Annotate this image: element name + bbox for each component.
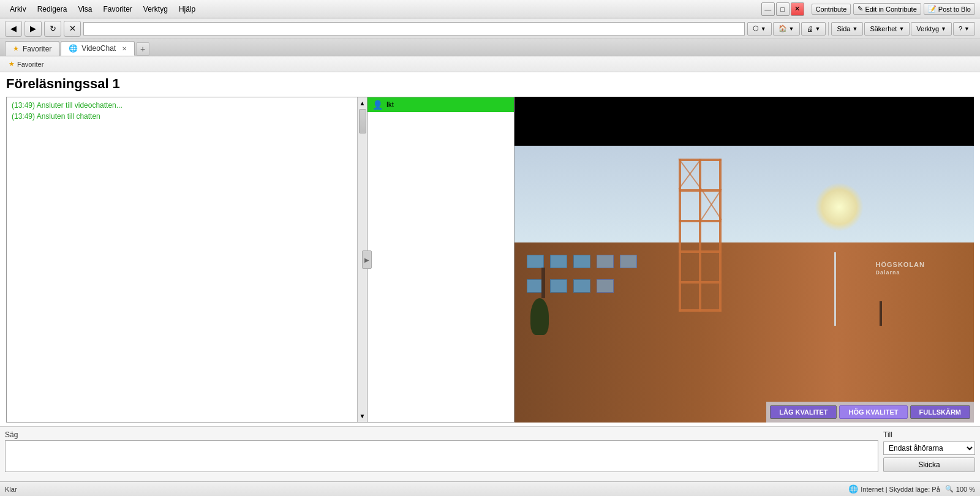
svg-rect-5 — [679, 220, 722, 222]
edit-contribute-icon: ✎ — [858, 5, 863, 13]
page-title: Föreläsningssal 1 — [6, 76, 974, 92]
window-close-button[interactable]: ✕ — [791, 2, 804, 16]
home-btn[interactable]: 🏠 ▼ — [773, 22, 800, 36]
edit-in-contribute-button[interactable]: ✎ Edit in Contribute — [853, 3, 921, 15]
input-right: Till Endast åhörarna Skicka — [883, 430, 975, 472]
add-tab-button[interactable]: + — [136, 42, 149, 56]
window-restore-button[interactable]: □ — [776, 2, 790, 16]
post-blo-icon: 📝 — [928, 5, 937, 13]
svg-rect-8 — [679, 309, 722, 312]
video-scene: HÖGSKOLANDalarna — [514, 146, 974, 423]
address-bar[interactable] — [83, 22, 745, 36]
user-item-lkt[interactable]: 👤 lkt — [368, 97, 514, 112]
svg-rect-1 — [699, 159, 701, 312]
nav-icon-btn[interactable]: ⬡ ▼ — [747, 22, 772, 36]
status-globe-icon: 🌐 — [848, 484, 858, 494]
forward-button[interactable]: ▶ — [24, 21, 42, 37]
status-zoom: 🔍 100 % — [945, 485, 975, 493]
chat-messages: (13:49) Ansluter till videochatten... (1… — [7, 97, 357, 127]
tab-close-icon[interactable]: ✕ — [122, 45, 127, 52]
stop-button[interactable]: ✕ — [64, 21, 81, 37]
menu-favoriter[interactable]: Favoriter — [99, 2, 137, 16]
refresh-button[interactable]: ↻ — [44, 21, 61, 37]
left-container: (13:49) Ansluter till videochatten... (1… — [6, 97, 514, 423]
statusbar-right: 🌐 Internet | Skyddat läge: På 🔍 100 % — [848, 484, 975, 494]
sakerhet-btn[interactable]: Säkerhet ▼ — [864, 22, 910, 36]
chat-message: (13:49) Ansluter till videochatten... — [12, 101, 352, 110]
tab-favoriter-label: Favoriter — [23, 45, 51, 53]
zoom-text: 100 % — [956, 486, 975, 493]
menu-arkiv[interactable]: Arkiv — [5, 2, 31, 16]
window-minimize-button[interactable]: — — [761, 2, 775, 16]
window — [527, 255, 544, 268]
window — [573, 279, 590, 293]
menu-visa[interactable]: Visa — [73, 2, 97, 16]
sida-btn[interactable]: Sida ▼ — [831, 22, 863, 36]
menu-verktyg[interactable]: Verktyg — [138, 2, 173, 16]
status-zone: 🌐 Internet | Skyddat läge: På — [848, 484, 940, 494]
tab-videochat-label: VideoChat — [81, 44, 116, 53]
tree-right — [880, 301, 882, 326]
browser-titlebar: Arkiv Redigera Visa Favoriter Verktyg Hj… — [0, 0, 980, 18]
tab-videochat[interactable]: 🌐 VideoChat ✕ — [61, 41, 135, 56]
send-button[interactable]: Skicka — [883, 457, 975, 472]
input-area: Säg Till Endast åhörarna Skicka — [0, 426, 980, 481]
to-label: Till — [883, 430, 975, 439]
toolbar-right-buttons: ⬡ ▼ 🏠 ▼ 🖨 ▼ Sida ▼ Säkerhet ▼ Verktyg ▼ … — [747, 22, 975, 36]
print-btn[interactable]: 🖨 ▼ — [801, 22, 826, 36]
post-blo-label: Post to Blo — [938, 6, 971, 13]
chat-messages-inner: (13:49) Ansluter till videochatten... (1… — [7, 97, 357, 422]
hog-kvalitet-button[interactable]: HÖG KVALITET — [839, 405, 907, 419]
fullskarm-button[interactable]: FULLSKÄRM — [910, 405, 970, 419]
scaffold — [676, 159, 725, 312]
building: HÖGSKOLANDalarna — [514, 242, 974, 423]
sun-glare — [815, 182, 864, 231]
building-sign: HÖGSKOLANDalarna — [876, 261, 925, 276]
tab-favoriter[interactable]: ★ Favoriter — [5, 41, 59, 56]
statusbar: Klar 🌐 Internet | Skyddat läge: På 🔍 100… — [0, 481, 980, 496]
svg-rect-4 — [679, 189, 722, 192]
contribute-button[interactable]: Contribute — [812, 4, 851, 15]
page-content: Föreläsningssal 1 (13:49) Ansluter till … — [0, 72, 980, 426]
favbar-label: Favoriter — [17, 61, 43, 68]
video-panel: HÖGSKOLANDalarna — [514, 97, 974, 423]
help-btn[interactable]: ? ▼ — [953, 22, 975, 36]
status-zone-text: Internet | Skyddat läge: På — [861, 486, 940, 493]
post-to-blo-button[interactable]: 📝 Post to Blo — [924, 3, 975, 15]
chat-panel: (13:49) Ansluter till videochatten... (1… — [6, 97, 368, 423]
verktyg-btn[interactable]: Verktyg ▼ — [911, 22, 952, 36]
video-black-top — [514, 97, 974, 146]
back-button[interactable]: ◀ — [5, 21, 22, 37]
window — [550, 255, 567, 268]
message-input[interactable] — [5, 440, 878, 472]
say-label: Säg — [5, 430, 878, 439]
flagpole — [834, 252, 836, 326]
window-controls: — □ ✕ — [761, 2, 804, 16]
tabs-row: ★ Favoriter 🌐 VideoChat ✕ + — [0, 39, 980, 56]
input-left: Säg — [5, 430, 878, 472]
video-controls: LÅG KVALITET HÖG KVALITET FULLSKÄRM — [766, 402, 974, 423]
menu-redigera[interactable]: Redigera — [32, 2, 72, 16]
tree-left — [538, 268, 549, 326]
video-feed: HÖGSKOLANDalarna — [514, 146, 974, 423]
statusbar-left: Klar — [5, 486, 843, 493]
window — [597, 255, 614, 268]
globe-icon: 🌐 — [69, 44, 78, 53]
browser-toolbar: ◀ ▶ ↻ ✕ ⬡ ▼ 🏠 ▼ 🖨 ▼ Sida ▼ Säkerhet ▼ Ve… — [0, 18, 980, 39]
edit-contribute-label: Edit in Contribute — [865, 6, 916, 13]
star-icon: ★ — [13, 45, 19, 53]
chat-splitter[interactable]: ▶ — [362, 250, 372, 269]
to-select[interactable]: Endast åhörarna — [883, 442, 975, 455]
fav-star-icon: ★ — [9, 60, 15, 68]
titlebar-left: Arkiv Redigera Visa Favoriter Verktyg Hj… — [5, 2, 759, 16]
windows — [527, 255, 638, 268]
app-body: (13:49) Ansluter till videochatten... (1… — [6, 97, 974, 423]
window — [620, 255, 637, 268]
lag-kvalitet-button[interactable]: LÅG KVALITET — [770, 405, 837, 419]
svg-rect-7 — [679, 281, 722, 284]
menu-hjalp[interactable]: Hjälp — [174, 2, 200, 16]
window — [573, 255, 590, 268]
scroll-thumb[interactable] — [359, 109, 366, 133]
favbar-favoriter[interactable]: ★ Favoriter — [5, 59, 47, 69]
chat-scroll-container: (13:49) Ansluter till videochatten... (1… — [7, 97, 367, 422]
